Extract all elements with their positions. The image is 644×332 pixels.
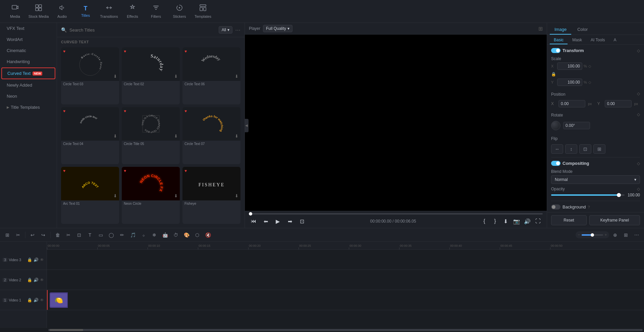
download-icon[interactable]: ⬇ [174, 74, 178, 79]
frame-forward-btn[interactable]: ➡ [285, 217, 294, 226]
skip-back-btn[interactable]: ⏮ [249, 217, 258, 226]
favorite-icon[interactable]: ♥ [124, 169, 126, 173]
snapshot-btn[interactable]: 📷 [512, 217, 521, 226]
crop-btn[interactable]: ⊡ [297, 217, 307, 226]
rotate-kf-icon[interactable]: ◇ [637, 112, 640, 117]
download-icon[interactable]: ⬇ [113, 134, 117, 139]
toolbar-media[interactable]: Media [3, 2, 27, 21]
toolbar-filters[interactable]: Filters [144, 2, 168, 21]
title-card-circle-text-03[interactable]: ♥ Basic Circle Text ⬇ Circle Text 03 [61, 47, 119, 104]
video-clip[interactable]: 🍋 [50, 292, 87, 308]
zoom-slider[interactable] [582, 234, 603, 236]
add-to-timeline-btn[interactable]: ⬇ [501, 217, 511, 226]
crop-tl-btn[interactable]: ⊡ [74, 230, 84, 240]
background-help-icon[interactable]: ? [588, 205, 590, 209]
speed-tl-btn[interactable]: ⏱ [171, 230, 180, 240]
subtab-ai-tools[interactable]: AI Tools [587, 36, 609, 44]
flip-horizontal-btn[interactable]: ↔ [551, 144, 563, 154]
pen-tl-btn[interactable]: ✏ [117, 230, 127, 240]
ripple-edit-btn[interactable]: ✂ [13, 230, 23, 240]
scale-y-kf-icon[interactable]: ◇ [588, 80, 591, 85]
favorite-icon[interactable]: ♥ [184, 109, 187, 113]
toolbar-effects[interactable]: Effects [121, 2, 144, 21]
favorite-icon[interactable]: ♥ [124, 109, 126, 113]
download-icon[interactable]: ⬇ [174, 193, 178, 198]
transform-toggle[interactable] [551, 48, 560, 53]
more-options-icon[interactable]: ⋯ [235, 27, 240, 33]
lock-icon[interactable]: 🔒 [551, 72, 556, 77]
filter-dropdown[interactable]: All ▾ [219, 26, 232, 34]
subtab-basic[interactable]: Basic [550, 36, 568, 44]
in-point-btn[interactable]: { [480, 217, 489, 226]
tab-color[interactable]: Color [573, 25, 592, 35]
download-icon[interactable]: ⬇ [113, 74, 117, 79]
sidebar-item-handwriting[interactable]: Handwriting [1, 56, 55, 67]
search-input[interactable] [69, 28, 216, 33]
favorite-icon[interactable]: ♥ [184, 49, 187, 54]
title-card-fisheye[interactable]: ♥ FISHEYE ⬇ Fisheye [182, 167, 240, 224]
cut-btn[interactable]: ✂ [64, 230, 73, 240]
zoom-thumb[interactable] [591, 233, 594, 237]
title-card-circle-text-04[interactable]: ♥ smile circle text ⬇ Circle Text 04 [61, 107, 119, 164]
timeline-scrollbar[interactable] [48, 329, 643, 331]
flip-option4-btn[interactable]: ⊞ [593, 144, 605, 154]
more-tl-btn[interactable]: ⋯ [632, 230, 641, 240]
background-toggle[interactable] [551, 204, 560, 209]
circle-tl-btn[interactable]: ◯ [107, 230, 116, 240]
sidebar-item-neon[interactable]: Neon [1, 91, 55, 101]
freeze-tl-btn[interactable]: ❄ [150, 230, 159, 240]
split-tl-btn[interactable]: ⬦ [139, 230, 148, 240]
color-tl-btn[interactable]: 🎨 [182, 230, 191, 240]
sidebar-item-newly-added[interactable]: Newly Added [1, 80, 55, 90]
download-icon[interactable]: ⬇ [235, 134, 238, 139]
title-card-neon-circle[interactable]: ♥ NEON CIRCLE FX ⬇ Neon Circle [122, 167, 180, 224]
download-icon[interactable]: ⬇ [174, 134, 178, 139]
title-card-circle-text-06[interactable]: ♥ Wednesday ⬇ Circle Text 06 [182, 47, 240, 104]
compositing-kf-icon[interactable]: ◇ [637, 161, 640, 166]
toolbar-stock-media[interactable]: Stock Media [27, 2, 50, 21]
download-icon[interactable]: ⬇ [113, 193, 117, 198]
rect-tl-btn[interactable]: ▭ [96, 230, 105, 240]
scene-split-btn[interactable]: ⊞ [3, 230, 12, 240]
fullscreen-btn[interactable]: ⛶ [533, 217, 543, 226]
favorite-icon[interactable]: ♥ [124, 49, 126, 54]
scale-x-kf-icon[interactable]: ◇ [588, 64, 591, 68]
undo-btn[interactable]: ↩ [28, 230, 37, 240]
track-eye-icon3[interactable]: 👁 [40, 298, 44, 302]
audio-tl-btn[interactable]: 🎵 [128, 230, 138, 240]
zoom-minus-btn[interactable]: － [577, 232, 581, 238]
toolbar-transitions[interactable]: Transitions [97, 2, 121, 21]
quality-select[interactable]: Full Quality ▾ [263, 25, 292, 32]
scale-x-input[interactable] [557, 62, 582, 70]
title-card-circle-title-05[interactable]: ♥ THIS IS A CIRCLE-SHAPED TEXT BOX ⬇ Cir… [122, 107, 180, 164]
delete-btn[interactable]: 🗑 [53, 230, 62, 240]
track-volume-icon2[interactable]: 🔊 [34, 278, 39, 282]
frame-back-btn[interactable]: ⬅ [261, 217, 270, 226]
ai-tl-btn[interactable]: 🤖 [160, 230, 170, 240]
track-eye-icon2[interactable]: 👁 [40, 278, 44, 282]
flip-vertical-btn[interactable]: ↕ [565, 144, 577, 154]
toolbar-audio[interactable]: Audio [50, 2, 74, 21]
track-lock-icon[interactable]: 🔒 [27, 257, 32, 262]
mute-tl-btn[interactable]: 🔇 [203, 230, 213, 240]
favorite-icon[interactable]: ♥ [184, 169, 187, 173]
sidebar-item-curved-text[interactable]: Curved Text NEW [1, 67, 55, 79]
play-btn[interactable]: ▶ [273, 217, 282, 226]
toolbar-titles[interactable]: T Titles [74, 2, 97, 21]
track-lock-icon2[interactable]: 🔒 [27, 278, 32, 282]
fullscreen-icon[interactable]: ⊞ [538, 26, 543, 32]
grid-view-btn[interactable]: ⊞ [621, 230, 631, 240]
pos-y-input[interactable] [605, 100, 632, 107]
pos-x-input[interactable] [558, 100, 585, 107]
download-icon[interactable]: ⬇ [235, 193, 238, 198]
opacity-slider[interactable] [551, 194, 625, 196]
blend-mode-select[interactable]: Normal ▾ [551, 175, 640, 184]
sidebar-item-title-templates[interactable]: ▶ Title Templates [1, 102, 55, 112]
transform-keyframe-icon[interactable]: ◇ [637, 48, 640, 53]
zoom-plus-btn[interactable]: ＋ [604, 232, 608, 238]
track-lock-icon3[interactable]: 🔒 [27, 298, 32, 302]
opacity-thumb[interactable] [617, 193, 621, 197]
toolbar-stickers[interactable]: Stickers [168, 2, 191, 21]
keyframe-panel-btn[interactable]: Keyframe Panel [589, 215, 640, 225]
toolbar-templates[interactable]: Templates [191, 2, 215, 21]
